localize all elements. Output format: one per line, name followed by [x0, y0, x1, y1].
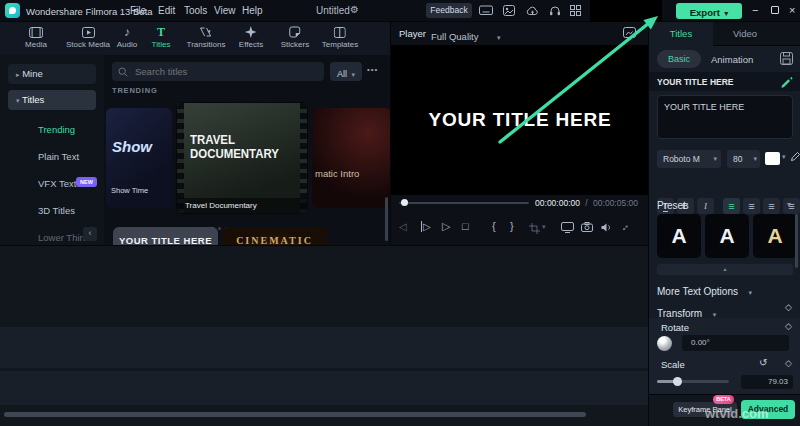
step-forward-button[interactable]: ▷ — [421, 221, 431, 232]
tab-inspector-titles[interactable]: Titles — [649, 22, 713, 46]
font-color-swatch[interactable] — [765, 152, 780, 165]
previous-frame-button[interactable]: ◁ — [399, 221, 407, 232]
sidebar-item-3d-titles[interactable]: 3D Titles — [38, 205, 75, 216]
export-button[interactable]: Export ▾ — [676, 3, 742, 19]
timecode: 00:00:00:00 / 00:00:05:00 — [535, 198, 638, 208]
subtab-animation[interactable]: Animation — [711, 54, 753, 65]
scale-slider-handle[interactable] — [673, 377, 682, 386]
template-tile-cinematic[interactable]: CINEMATIC — [222, 227, 327, 245]
menu-help[interactable]: Help — [242, 5, 263, 16]
crop-preview-icon[interactable] — [529, 223, 540, 234]
preset-expander-bar[interactable]: ▴ — [657, 264, 793, 275]
template-thumbnail-cinematic-intro[interactable]: matic Intro — [312, 108, 390, 208]
template-thumbnail-show-time[interactable]: Show Show Time — [106, 108, 172, 208]
sidebar-item-plain-text[interactable]: Plain Text — [38, 151, 79, 162]
filter-dropdown[interactable]: All ▾ — [330, 62, 362, 81]
templates-icon — [322, 25, 358, 39]
rotate-value-field[interactable]: 0.00° — [682, 335, 789, 351]
tab-effects[interactable]: Effects — [239, 25, 263, 49]
keyframe-diamond-icon[interactable]: ◇ — [785, 321, 792, 331]
seek-bar[interactable] — [399, 202, 529, 204]
mark-in-button[interactable]: { — [492, 220, 496, 232]
align-center-button[interactable]: ≡ — [743, 198, 760, 214]
font-family-dropdown[interactable]: Roboto M ▾ — [657, 150, 721, 168]
library-scrollbar[interactable] — [385, 197, 388, 241]
snapshot-camera-icon[interactable] — [581, 222, 593, 232]
align-right-button[interactable]: ≡ — [763, 198, 780, 214]
collapse-sidebar-button[interactable]: ‹ — [83, 227, 97, 241]
italic-button[interactable]: I — [697, 198, 714, 214]
menu-view[interactable]: View — [214, 5, 236, 16]
volume-icon[interactable] — [600, 222, 612, 233]
thumbnail-label-strip: Travel Documentary — [177, 198, 308, 213]
new-badge: NEW — [76, 177, 97, 187]
tab-templates[interactable]: Templates — [322, 25, 358, 49]
chevron-down-icon[interactable]: ▾ — [787, 200, 791, 209]
keyframe-diamond-icon[interactable]: ◇ — [785, 302, 792, 312]
mirror-display-icon[interactable] — [561, 222, 574, 233]
chevron-down-icon[interactable]: ▾ — [782, 153, 786, 161]
tab-media[interactable]: Media — [25, 25, 47, 49]
close-button[interactable]: × — [789, 3, 795, 17]
tab-titles[interactable]: T Titles — [152, 25, 171, 49]
template-tile-your-title-here[interactable]: YOUR TITLE HERE — [113, 227, 218, 245]
play-button[interactable]: ▷ — [442, 220, 450, 233]
chevron-right-icon: ▸ — [16, 71, 20, 78]
rotate-knob[interactable] — [657, 336, 672, 351]
more-text-options[interactable]: More Text Options ▾ — [657, 281, 752, 299]
tab-inspector-video[interactable]: Video — [713, 22, 777, 46]
inspector-scrollbar[interactable] — [795, 214, 798, 268]
sidebar-item-vfx-text[interactable]: VFX Text — [38, 178, 76, 189]
menu-edit[interactable]: Edit — [158, 5, 175, 16]
tab-stock-media[interactable]: Stock Media — [66, 25, 110, 49]
titles-library: All ▾ ••• TRENDING Show Show Time TRAVEL… — [104, 55, 390, 245]
search-input[interactable] — [133, 65, 303, 78]
subtab-basic[interactable]: Basic — [657, 50, 701, 68]
sidebar-group-titles[interactable]: ▾ Titles — [8, 90, 96, 110]
chevron-down-icon[interactable]: ▾ — [542, 223, 546, 231]
gear-icon[interactable]: ⚙ — [350, 4, 359, 15]
mark-out-button[interactable]: } — [510, 220, 514, 232]
minimize-button[interactable]: − — [752, 3, 758, 17]
preview-settings-icon[interactable] — [623, 27, 636, 38]
tab-audio[interactable]: ♪ Audio — [117, 25, 137, 49]
save-preset-icon[interactable] — [780, 52, 793, 65]
timeline-panel: ↶ ↷ ✂ T. » ◉ ♪ ↔ ⊖ ⊕ ▾ 00:00 00:00:05:00… — [0, 245, 648, 426]
sidebar-item-trending[interactable]: Trending — [38, 124, 75, 135]
audio-note-icon: ♪ — [117, 25, 137, 39]
more-options-icon[interactable]: ••• — [367, 65, 378, 74]
template-thumbnail-travel-documentary[interactable]: TRAVEL DOCUMENTARY Travel Documentary — [176, 102, 308, 214]
cloud-upload-icon[interactable] — [526, 5, 539, 16]
preview-canvas[interactable]: YOUR TITLE HERE — [391, 45, 649, 195]
menu-file[interactable]: File — [130, 5, 146, 16]
preset-tile-1[interactable]: A — [657, 214, 701, 258]
ai-write-icon[interactable] — [780, 75, 794, 88]
media-import-icon[interactable] — [503, 5, 515, 16]
eyedropper-icon[interactable] — [790, 151, 800, 164]
sidebar-group-mine[interactable]: ▸ Mine — [8, 64, 96, 84]
preset-tile-2[interactable]: A — [705, 214, 749, 258]
support-headset-icon[interactable] — [549, 5, 561, 16]
menu-tools[interactable]: Tools — [184, 5, 207, 16]
restore-button[interactable] — [771, 6, 779, 14]
preset-tile-3[interactable]: A — [753, 214, 797, 258]
reset-icon[interactable]: ↺ — [759, 357, 767, 368]
timeline-h-scrollbar[interactable] — [4, 412, 586, 417]
align-justify-button[interactable]: ≡ — [783, 198, 800, 214]
keyframe-diamond-icon[interactable]: ◇ — [785, 358, 792, 368]
feedback-button[interactable]: Feedback — [426, 3, 472, 18]
apps-grid-icon[interactable] — [570, 5, 581, 16]
quality-dropdown[interactable]: Full Quality ▾ — [431, 26, 500, 44]
chevron-down-icon: ▾ — [497, 34, 501, 41]
align-left-button[interactable]: ≡ — [723, 198, 740, 214]
stop-button[interactable]: □ — [462, 220, 469, 232]
tab-stickers[interactable]: Stickers — [281, 25, 309, 49]
keyboard-shortcuts-icon[interactable] — [479, 5, 493, 16]
seek-handle[interactable] — [401, 199, 408, 206]
font-size-dropdown[interactable]: 80 ▾ — [727, 150, 760, 168]
fullscreen-icon[interactable]: ↔ — [617, 219, 632, 234]
search-bar[interactable] — [112, 62, 324, 81]
scale-value-field[interactable]: 79.03 — [741, 375, 793, 389]
title-text-input[interactable]: YOUR TITLE HERE — [657, 95, 793, 139]
tab-transitions[interactable]: Transitions — [187, 25, 226, 49]
